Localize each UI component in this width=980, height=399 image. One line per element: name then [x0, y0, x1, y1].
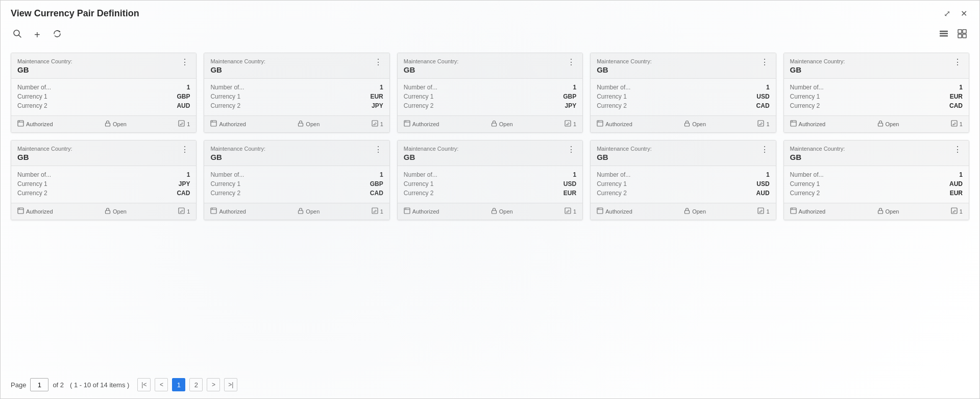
status-icon-row2-3 — [597, 207, 603, 216]
lock-item-row1-1[interactable]: Open — [298, 120, 320, 128]
lock-icon-row2-2 — [491, 207, 497, 216]
status-text-row1-0: Authorized — [26, 121, 53, 127]
maintenance-country-value-row1-0: GB — [17, 65, 72, 74]
search-button[interactable] — [11, 28, 24, 42]
of-label: of 2 — [53, 381, 64, 389]
status-icon-row2-4 — [790, 207, 797, 216]
number-of-row-row1-2: Number of... 1 — [404, 84, 576, 91]
currency2-row-row1-4: Currency 2 CAD — [790, 102, 963, 109]
lock-item-row2-1[interactable]: Open — [298, 207, 320, 216]
status-item-row1-3[interactable]: Authorized — [597, 120, 632, 128]
currency1-label-row1-4: Currency 1 — [790, 93, 820, 100]
refresh-button[interactable] — [51, 28, 64, 42]
svg-rect-12 — [105, 123, 110, 126]
status-item-row1-1[interactable]: Authorized — [210, 120, 246, 128]
currency2-label-row1-4: Currency 2 — [790, 102, 820, 109]
lock-item-row2-0[interactable]: Open — [105, 207, 127, 216]
edit-icon-row1-0 — [178, 120, 185, 128]
maintenance-country-value-row2-0: GB — [17, 153, 72, 161]
card-header-info-row1-0: Maintenance Country: GB — [17, 58, 72, 74]
status-icon-row1-1 — [210, 120, 217, 128]
edit-count-row2-3: 1 — [766, 208, 769, 215]
lock-item-row1-2[interactable]: Open — [491, 120, 513, 128]
svg-line-1 — [19, 35, 21, 38]
number-of-label-row2-4: Number of... — [790, 171, 824, 178]
lock-item-row1-3[interactable]: Open — [684, 120, 706, 128]
lock-item-row2-4[interactable]: Open — [877, 207, 899, 216]
number-of-value-row2-2: 1 — [573, 171, 577, 178]
card-menu-button-row1-0[interactable]: ⋮ — [180, 58, 190, 66]
lock-item-row2-2[interactable]: Open — [491, 207, 513, 216]
list-view-button[interactable] — [937, 28, 951, 42]
edit-item-row2-1[interactable]: 1 — [372, 207, 383, 216]
prev-page-button[interactable]: < — [155, 378, 168, 391]
card-menu-button-row2-2[interactable]: ⋮ — [566, 146, 576, 154]
card-menu-button-row1-2[interactable]: ⋮ — [566, 58, 576, 66]
title-bar-right: ⤢ ✕ — [942, 8, 969, 19]
status-item-row1-4[interactable]: Authorized — [790, 120, 826, 128]
svg-rect-8 — [963, 34, 966, 38]
resize-button[interactable]: ⤢ — [942, 8, 952, 19]
card-menu-button-row2-4[interactable]: ⋮ — [952, 146, 963, 154]
edit-item-row2-4[interactable]: 1 — [951, 207, 963, 216]
status-item-row2-4[interactable]: Authorized — [790, 207, 826, 216]
status-item-row2-2[interactable]: Authorized — [404, 207, 439, 216]
card-header-row2-4: Maintenance Country: GB ⋮ — [784, 140, 969, 166]
currency2-value-row1-1: JPY — [372, 102, 383, 109]
status-item-row2-0[interactable]: Authorized — [17, 207, 53, 216]
card-menu-button-row2-3[interactable]: ⋮ — [760, 146, 770, 154]
lock-text-row2-2: Open — [499, 208, 513, 215]
edit-item-row1-1[interactable]: 1 — [372, 120, 383, 128]
maintenance-country-label-row1-4: Maintenance Country: — [790, 58, 845, 64]
card-header-info-row1-2: Maintenance Country: GB — [404, 58, 459, 74]
status-text-row2-1: Authorized — [219, 208, 246, 215]
first-page-button[interactable]: |< — [137, 378, 151, 391]
edit-item-row1-3[interactable]: 1 — [757, 120, 769, 128]
card-header-info-row1-3: Maintenance Country: GB — [597, 58, 652, 74]
card-menu-button-row2-1[interactable]: ⋮ — [373, 146, 383, 154]
status-item-row2-3[interactable]: Authorized — [597, 207, 632, 216]
next-page-button[interactable]: > — [207, 378, 220, 391]
card-footer-row2-0: Authorized Open — [11, 203, 196, 220]
edit-item-row2-2[interactable]: 1 — [565, 207, 576, 216]
card-menu-button-row1-1[interactable]: ⋮ — [373, 58, 383, 66]
edit-item-row1-4[interactable]: 1 — [951, 120, 963, 128]
number-of-row-row2-0: Number of... 1 — [17, 171, 190, 178]
maintenance-country-label-row2-0: Maintenance Country: — [17, 146, 72, 152]
card-body-row2-4: Number of... 1 Currency 1 AUD Currency 2… — [784, 166, 969, 203]
lock-icon-row1-2 — [491, 120, 497, 128]
card-header-info-row1-1: Maintenance Country: GB — [210, 58, 265, 74]
currency2-row-row2-4: Currency 2 EUR — [790, 190, 963, 197]
close-button[interactable]: ✕ — [959, 8, 969, 19]
currency2-value-row2-0: CAD — [177, 190, 190, 197]
lock-item-row1-4[interactable]: Open — [877, 120, 899, 128]
lock-icon-row1-0 — [105, 120, 111, 128]
page-input[interactable] — [30, 378, 48, 391]
card-menu-button-row2-0[interactable]: ⋮ — [180, 146, 190, 154]
page-2-button[interactable]: 2 — [189, 378, 203, 391]
svg-rect-52 — [685, 210, 690, 214]
grid-view-button[interactable] — [955, 28, 969, 42]
currency2-value-row2-4: EUR — [950, 190, 963, 197]
svg-rect-54 — [791, 208, 796, 214]
status-item-row2-1[interactable]: Authorized — [210, 207, 246, 216]
lock-item-row1-0[interactable]: Open — [105, 120, 127, 128]
card-menu-button-row1-4[interactable]: ⋮ — [952, 58, 963, 66]
toolbar-right — [937, 28, 969, 42]
row1-card-4: Maintenance Country: GB ⋮ Number of... 1… — [783, 53, 969, 133]
add-button[interactable]: + — [32, 28, 42, 42]
card-body-row2-2: Number of... 1 Currency 1 USD Currency 2… — [398, 166, 582, 203]
card-menu-button-row1-3[interactable]: ⋮ — [760, 58, 770, 66]
last-page-button[interactable]: >| — [224, 378, 237, 391]
lock-item-row2-3[interactable]: Open — [684, 207, 706, 216]
status-item-row1-2[interactable]: Authorized — [404, 120, 439, 128]
edit-item-row2-3[interactable]: 1 — [757, 207, 769, 216]
status-item-row1-0[interactable]: Authorized — [17, 120, 53, 128]
edit-item-row1-2[interactable]: 1 — [565, 120, 576, 128]
status-text-row2-2: Authorized — [412, 208, 439, 215]
edit-item-row1-0[interactable]: 1 — [178, 120, 190, 128]
number-of-label-row2-3: Number of... — [597, 171, 630, 178]
number-of-value-row1-0: 1 — [187, 84, 190, 91]
page-1-button[interactable]: 1 — [172, 378, 185, 391]
edit-item-row2-0[interactable]: 1 — [178, 207, 190, 216]
